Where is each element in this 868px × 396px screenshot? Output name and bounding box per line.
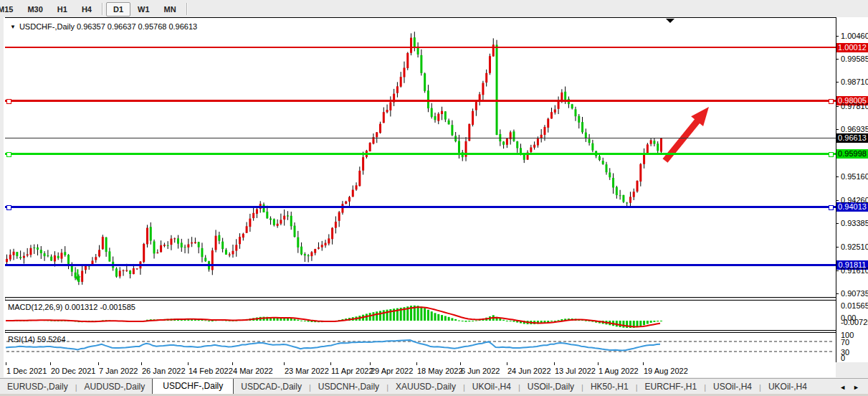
date-label: 29 Apr 2022 [371, 367, 413, 375]
date-tick [232, 362, 233, 365]
price-tick [836, 293, 839, 294]
chart-tab-usoil-daily[interactable]: USOil-,Daily [520, 380, 581, 395]
date-tick [6, 362, 6, 365]
date-label: 4 Mar 2022 [233, 367, 273, 375]
date-label: 18 May 2022 [417, 367, 463, 375]
hline-0.98005[interactable] [5, 100, 836, 102]
price-tick-label: 0.93385 [841, 219, 868, 227]
price-tick-label: 0.90735 [841, 289, 868, 298]
date-label: 20 Dec 2021 [51, 367, 95, 375]
date-tick [598, 362, 598, 365]
chart-tab-usoil-h4[interactable]: USOil-,H4 [706, 380, 759, 395]
chart-tab-usdcnh-daily[interactable]: USDCNH-,Daily [311, 380, 386, 395]
date-label: 13 Jul 2022 [555, 367, 596, 375]
sell-arrow-icon [75, 276, 80, 281]
price-tick-label: 0.94260 [841, 196, 868, 204]
price-tick-label: 0.98710 [841, 77, 868, 86]
chart-tab-xauusd-daily[interactable]: XAUUSD-,Daily [388, 380, 463, 395]
date-label: 19 Aug 2022 [644, 367, 688, 375]
chart-tab-eurchf-h1[interactable]: EURCHF-,H1 [637, 380, 704, 395]
price-badge-0.95998: 0.95998 [836, 149, 868, 159]
hline-0.91811[interactable] [5, 264, 836, 266]
price-tick [836, 82, 839, 82]
chart-tab-hk50-h1[interactable]: HK50-,H1 [583, 380, 636, 395]
price-tick [836, 106, 839, 107]
chart-tab-ukoil-h4[interactable]: UKOil-,H4 [761, 380, 814, 395]
price-tick-label: 0.95160 [841, 172, 868, 181]
date-label: 6 Jun 2022 [461, 367, 500, 375]
date-label: 1 Dec 2021 [6, 367, 47, 375]
date-label: 11 Apr 2022 [331, 367, 373, 375]
line-handle[interactable] [6, 205, 11, 210]
line-handle[interactable] [829, 99, 834, 104]
date-label: 24 Jun 2022 [507, 367, 551, 375]
rsi-axis-label: 0 [841, 354, 845, 362]
scroll-left-icon[interactable]: ◄ [839, 384, 846, 391]
price-tick [836, 247, 839, 248]
mt4-window: M15M30H1H4D1W1MN ▼USDCHF-,Daily 0.96357 … [0, 0, 868, 396]
price-tick-label: 0.91610 [841, 266, 868, 275]
date-label: 1 Aug 2022 [598, 367, 639, 375]
rsi-axis-label: 70 [841, 338, 849, 346]
date-tick [188, 362, 189, 365]
hline-0.94013[interactable] [5, 206, 836, 208]
hline-0.96613[interactable] [5, 138, 836, 138]
date-label: 26 Jan 2022 [142, 367, 186, 375]
date-label: 7 Jan 2022 [99, 367, 138, 375]
price-badge-0.96613: 0.96613 [836, 133, 868, 143]
price-tick-label: 0.96935 [841, 125, 868, 133]
price-tick [836, 59, 839, 60]
price-tick [836, 200, 839, 201]
date-tick [370, 362, 371, 365]
price-tick [836, 223, 839, 224]
date-tick [643, 362, 644, 365]
chart-tab-audusd-daily[interactable]: AUDUSD-,Daily [77, 380, 153, 395]
line-handle[interactable] [829, 152, 834, 157]
date-tick [416, 362, 417, 365]
scroll-right-icon[interactable]: ► [853, 384, 859, 391]
macd-axis-label: -0.007259 [841, 318, 868, 326]
price-tick [836, 36, 839, 37]
price-tick-label: 0.97810 [841, 102, 868, 110]
line-handle[interactable] [6, 99, 11, 104]
price-tick-label: 1.00460 [841, 32, 868, 40]
date-tick [554, 362, 555, 365]
line-handle[interactable] [6, 152, 11, 157]
date-label: 23 Mar 2022 [285, 367, 329, 375]
shift-marker-icon [666, 19, 674, 23]
date-tick [98, 362, 99, 365]
hline-0.95998[interactable] [5, 153, 836, 155]
date-label: 14 Feb 2022 [189, 367, 233, 375]
tab-scroll-buttons: ◄► [839, 384, 868, 395]
date-tick [141, 362, 142, 365]
date-tick [330, 362, 331, 365]
price-tick-label: 0.92510 [841, 242, 868, 251]
line-handle[interactable] [829, 205, 834, 210]
date-tick [507, 362, 507, 365]
date-tick [284, 362, 285, 365]
chart-tab-usdcad-daily[interactable]: USDCAD-,Daily [234, 380, 309, 395]
price-tick [836, 176, 839, 177]
price-tick [836, 129, 839, 130]
date-tick [50, 362, 51, 365]
drawing-objects-layer[interactable] [0, 0, 868, 396]
chart-tab-ukoil-h4[interactable]: UKOil-,H4 [465, 380, 518, 395]
macd-axis-label: 0.015654 [841, 301, 868, 310]
price-tick [836, 270, 839, 271]
chart-tab-usdchf-daily[interactable]: USDCHF-,Daily [152, 378, 234, 395]
hline-1.00012[interactable] [5, 47, 836, 48]
chart-tabs-bar: EURUSD-,Daily|AUDUSD-,DailyUSDCHF-,Daily… [0, 378, 868, 395]
date-tick [460, 362, 461, 365]
price-tick-label: 0.99585 [841, 55, 868, 63]
price-badge-1.00012: 1.00012 [836, 43, 868, 52]
chart-tab-eurusd-daily[interactable]: EURUSD-,Daily [0, 380, 75, 395]
